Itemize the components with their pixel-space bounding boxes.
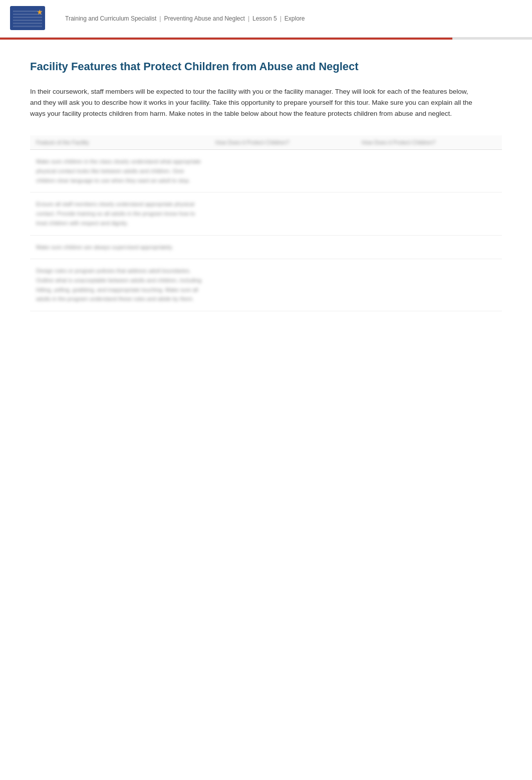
table-cell-feature-text: Make sure children in the class clearly …	[36, 158, 201, 183]
col-header-feature: Feature of the Facility	[30, 135, 209, 150]
breadcrumb: Training and Curriculum Specialist | Pre…	[65, 15, 305, 22]
table-row: Design rules or program policies that ad…	[30, 259, 502, 311]
main-content: Facility Features that Protect Children …	[0, 40, 532, 331]
logo-area: ★	[10, 6, 50, 31]
breadcrumb-part3: Lesson 5	[252, 15, 277, 22]
table-cell-notes1[interactable]	[209, 192, 356, 235]
breadcrumb-sep1: |	[159, 15, 161, 22]
table-cell-feature: Ensure all staff members clearly underst…	[30, 192, 209, 235]
col-header-notes1: How Does it Protect Children?	[209, 135, 356, 150]
table-cell-notes2[interactable]	[356, 192, 502, 235]
table-cell-notes2[interactable]	[356, 259, 502, 311]
table-row: Make sure children are always supervised…	[30, 235, 502, 259]
features-table: Feature of the Facility How Does it Prot…	[30, 135, 502, 311]
table-cell-feature-text: Ensure all staff members clearly underst…	[36, 201, 195, 226]
intro-paragraph: In their coursework, staff members will …	[30, 86, 481, 120]
col-header-notes2: How Does it Protect Children?	[356, 135, 502, 150]
table-cell-notes2[interactable]	[356, 150, 502, 192]
table-header-row: Feature of the Facility How Does it Prot…	[30, 135, 502, 150]
breadcrumb-part2: Preventing Abuse and Neglect	[164, 15, 244, 22]
table-cell-feature: Design rules or program policies that ad…	[30, 259, 209, 311]
table-cell-notes1[interactable]	[209, 150, 356, 192]
header: ★ Training and Curriculum Specialist | P…	[0, 0, 532, 38]
breadcrumb-sep2: |	[248, 15, 249, 22]
breadcrumb-part4: Explore	[285, 15, 305, 22]
table-cell-feature-text: Design rules or program policies that ad…	[36, 268, 201, 302]
table-cell-feature-text: Make sure children are always supervised…	[36, 244, 173, 250]
table-row: Ensure all staff members clearly underst…	[30, 192, 502, 235]
logo-star-icon: ★	[37, 8, 43, 16]
table-row: Make sure children in the class clearly …	[30, 150, 502, 192]
logo-box: ★	[10, 6, 45, 30]
breadcrumb-part1: Training and Curriculum Specialist	[65, 15, 156, 22]
page-title: Facility Features that Protect Children …	[30, 60, 502, 74]
breadcrumb-sep3: |	[280, 15, 282, 22]
table-cell-notes1[interactable]	[209, 259, 356, 311]
col-header-notes2-text: How Does it Protect Children?	[362, 139, 435, 145]
table-cell-feature: Make sure children in the class clearly …	[30, 150, 209, 192]
table-cell-feature: Make sure children are always supervised…	[30, 235, 209, 259]
col-header-notes1-text: How Does it Protect Children?	[215, 139, 289, 145]
table-cell-notes2[interactable]	[356, 235, 502, 259]
col-header-feature-text: Feature of the Facility	[36, 139, 89, 145]
table-cell-notes1[interactable]	[209, 235, 356, 259]
